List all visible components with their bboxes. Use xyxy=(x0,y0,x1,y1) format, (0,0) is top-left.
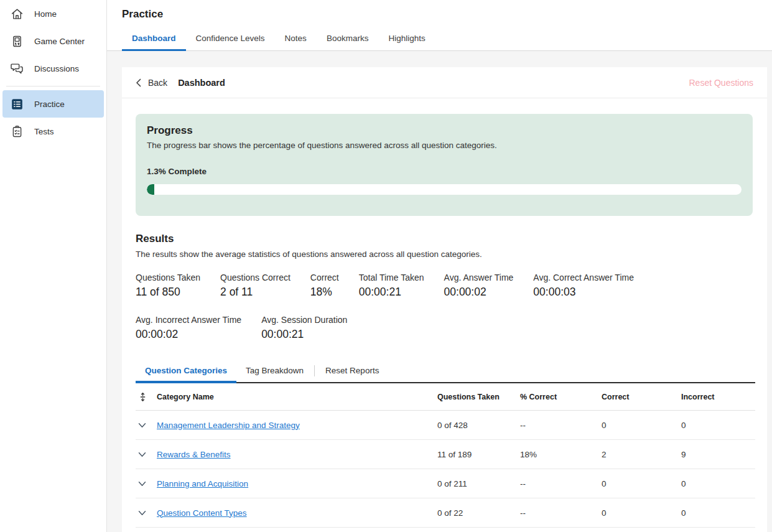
progress-bar-track xyxy=(147,184,742,195)
main-area: Practice Dashboard Confidence Levels Not… xyxy=(107,0,772,532)
column-header-percent-correct: % Correct xyxy=(520,393,602,401)
cell-percent-correct: 18% xyxy=(520,450,602,459)
app-window: Home Game Center Discussions xyxy=(0,0,772,532)
sidebar-item-tests[interactable]: Tests xyxy=(2,118,104,145)
stat-avg-correct-answer-time: Avg. Correct Answer Time 00:00:03 xyxy=(533,273,634,299)
toolbar: Back Dashboard Reset Questions xyxy=(122,67,767,98)
cell-incorrect: 9 xyxy=(681,450,755,459)
chevron-down-icon[interactable] xyxy=(136,481,157,487)
sort-handle-icon[interactable] xyxy=(136,392,157,402)
stats-row-1: Questions Taken 11 of 850 Questions Corr… xyxy=(136,273,753,299)
table-row: Management Leadership and Strategy 0 of … xyxy=(136,411,755,440)
back-label: Back xyxy=(148,78,167,88)
game-center-icon xyxy=(10,34,24,48)
progress-bar-fill xyxy=(147,184,154,195)
sidebar-item-practice[interactable]: Practice xyxy=(2,90,104,118)
back-button[interactable]: Back xyxy=(136,78,167,88)
dashboard-breadcrumb-title: Dashboard xyxy=(178,78,225,88)
stat-avg-session-duration: Avg. Session Duration 00:00:21 xyxy=(261,315,347,341)
content-area: Back Dashboard Reset Questions Progress … xyxy=(107,51,772,532)
cell-percent-correct: -- xyxy=(520,479,602,488)
cell-incorrect: 0 xyxy=(681,508,755,518)
cell-incorrect: 0 xyxy=(681,421,755,430)
tab-question-categories[interactable]: Question Categories xyxy=(136,360,236,382)
report-tab-bar: Question Categories Tag Breakdown Reset … xyxy=(136,360,755,383)
category-link[interactable]: Rewards & Benefits xyxy=(157,450,231,459)
sidebar: Home Game Center Discussions xyxy=(0,0,107,532)
cell-correct: 2 xyxy=(602,450,681,459)
progress-description: The progress bar shows the percentage of… xyxy=(147,141,742,150)
tab-bookmarks[interactable]: Bookmarks xyxy=(317,27,379,50)
cell-percent-correct: -- xyxy=(520,421,602,430)
cell-questions-taken: 11 of 189 xyxy=(437,450,520,459)
sidebar-item-label: Practice xyxy=(34,100,65,109)
column-header-incorrect: Incorrect xyxy=(681,393,755,401)
results-heading: Results xyxy=(136,233,753,245)
column-header-category-name: Category Name xyxy=(157,393,437,401)
category-link[interactable]: Question Content Types xyxy=(157,508,247,518)
table-header-row: Category Name Questions Taken % Correct … xyxy=(136,383,755,411)
cell-questions-taken: 0 of 428 xyxy=(437,421,520,430)
sidebar-item-label: Home xyxy=(34,9,57,19)
cell-incorrect: 0 xyxy=(681,479,755,488)
sidebar-item-game-center[interactable]: Game Center xyxy=(2,27,104,55)
reset-questions-button[interactable]: Reset Questions xyxy=(689,78,754,88)
category-link[interactable]: Planning and Acquisition xyxy=(157,479,248,488)
category-link[interactable]: Management Leadership and Strategy xyxy=(157,421,300,430)
column-header-correct: Correct xyxy=(602,393,681,401)
tab-confidence-levels[interactable]: Confidence Levels xyxy=(186,27,275,50)
sidebar-divider xyxy=(6,86,100,86)
categories-table: Category Name Questions Taken % Correct … xyxy=(136,383,755,528)
stat-avg-incorrect-answer-time: Avg. Incorrect Answer Time 00:00:02 xyxy=(136,315,241,341)
tab-reset-reports[interactable]: Reset Reports xyxy=(316,360,388,382)
cell-correct: 0 xyxy=(602,508,681,518)
page-title: Practice xyxy=(107,0,772,21)
results-section: Results The results show the average sta… xyxy=(122,216,767,341)
home-icon xyxy=(10,7,24,21)
results-description: The results show the average statistics … xyxy=(136,250,753,259)
tab-notes[interactable]: Notes xyxy=(275,27,317,50)
chevron-down-icon[interactable] xyxy=(136,452,157,457)
tab-highlights[interactable]: Highlights xyxy=(378,27,435,50)
progress-heading: Progress xyxy=(147,124,742,137)
top-tab-bar: Dashboard Confidence Levels Notes Bookma… xyxy=(107,27,772,51)
progress-percent-label: 1.3% Complete xyxy=(147,167,742,176)
sidebar-item-label: Tests xyxy=(34,127,54,136)
progress-panel: Progress The progress bar shows the perc… xyxy=(136,114,753,216)
sidebar-item-label: Game Center xyxy=(34,37,85,46)
stat-correct-percent: Correct 18% xyxy=(310,273,339,299)
sidebar-item-home[interactable]: Home xyxy=(2,0,104,27)
table-row: Question Content Types 0 of 22 -- 0 0 xyxy=(136,498,755,528)
practice-icon xyxy=(10,97,24,111)
chevron-left-icon xyxy=(136,78,141,87)
sidebar-item-discussions[interactable]: Discussions xyxy=(2,55,104,82)
cell-correct: 0 xyxy=(602,421,681,430)
dashboard-card: Back Dashboard Reset Questions Progress … xyxy=(122,67,767,532)
cell-questions-taken: 0 of 211 xyxy=(437,479,520,488)
tab-tag-breakdown[interactable]: Tag Breakdown xyxy=(236,360,313,382)
table-row: Planning and Acquisition 0 of 211 -- 0 0 xyxy=(136,469,755,498)
stat-avg-answer-time: Avg. Answer Time 00:00:02 xyxy=(444,273,514,299)
discussions-icon xyxy=(10,62,24,75)
cell-percent-correct: -- xyxy=(520,508,602,518)
column-header-questions-taken: Questions Taken xyxy=(437,393,520,401)
page-header: Practice Dashboard Confidence Levels Not… xyxy=(107,0,772,51)
tab-dashboard[interactable]: Dashboard xyxy=(122,27,186,50)
chevron-down-icon[interactable] xyxy=(136,510,157,516)
stat-questions-correct: Questions Correct 2 of 11 xyxy=(220,273,291,299)
stats-row-2: Avg. Incorrect Answer Time 00:00:02 Avg.… xyxy=(136,315,753,341)
tests-icon xyxy=(10,124,24,138)
cell-questions-taken: 0 of 22 xyxy=(437,508,520,518)
stat-total-time: Total Time Taken 00:00:21 xyxy=(359,273,424,299)
tab-divider xyxy=(314,365,315,376)
stat-questions-taken: Questions Taken 11 of 850 xyxy=(136,273,200,299)
sidebar-item-label: Discussions xyxy=(34,64,79,73)
table-row: Rewards & Benefits 11 of 189 18% 2 9 xyxy=(136,440,755,469)
chevron-down-icon[interactable] xyxy=(136,422,157,428)
cell-correct: 0 xyxy=(602,479,681,488)
